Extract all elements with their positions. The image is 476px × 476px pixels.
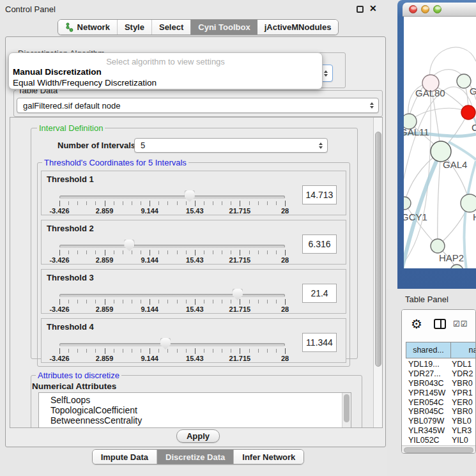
slider-major-tick	[150, 250, 150, 256]
slider-track[interactable]	[59, 196, 285, 199]
table-row[interactable]: YDL19...YDL1	[402, 360, 475, 369]
tab-infer-network[interactable]: Infer Network	[233, 450, 303, 464]
table-row[interactable]: YDR27...YDR2	[402, 369, 475, 379]
table-row[interactable]: YBL079WYBL0	[402, 417, 475, 426]
select-columns-icon[interactable]: ☑☑	[453, 319, 468, 328]
slider-major-tick	[105, 299, 105, 305]
threshold-3-value-field[interactable]: 21.4	[302, 284, 337, 303]
slider-track[interactable]	[59, 245, 285, 248]
network-node-h[interactable]	[461, 194, 476, 212]
tab-impute-data[interactable]: Impute Data	[93, 450, 157, 464]
cell-name[interactable]: YBL0	[445, 417, 472, 426]
minimize-traffic-light[interactable]	[421, 5, 429, 13]
network-edge[interactable]	[438, 151, 441, 246]
threshold-label: Threshold 1	[47, 174, 94, 184]
option-equal-width-frequency[interactable]: Equal Width/Frequency Discretization	[13, 78, 157, 88]
number-of-intervals-combobox[interactable]: 5	[134, 138, 328, 153]
slider-tick-label: 15.43	[186, 256, 204, 264]
table-panel-title: Table Panel	[405, 295, 449, 304]
vertical-scrollbar[interactable]	[373, 118, 383, 427]
table-row[interactable]: YLR345WYLR3	[402, 426, 475, 436]
threshold-3-slider[interactable]: -3.4262.8599.14415.4321.71528	[59, 286, 285, 313]
slider-handle[interactable]	[233, 289, 243, 300]
network-edge[interactable]	[409, 108, 468, 121]
tab-network[interactable]: Network	[58, 20, 117, 35]
cell-shared-name[interactable]: YPR145W	[402, 388, 445, 398]
slider-track[interactable]	[59, 343, 285, 346]
network-edge[interactable]	[449, 142, 476, 160]
cell-name[interactable]: YDL1	[445, 360, 472, 369]
cell-shared-name[interactable]: YIL052C	[402, 436, 445, 445]
list-scrollbar[interactable]	[342, 393, 351, 428]
cell-name[interactable]: YLR3	[445, 426, 472, 436]
close-traffic-light[interactable]	[409, 5, 417, 13]
slider-major-tick	[240, 250, 240, 256]
cell-name[interactable]: YDR2	[445, 369, 473, 379]
cell-shared-name[interactable]: YLR345W	[402, 426, 445, 436]
cell-name[interactable]: YER0	[445, 398, 473, 408]
tab-style[interactable]: Style	[117, 20, 151, 35]
zoom-traffic-light[interactable]	[433, 5, 441, 13]
cell-shared-name[interactable]: YER054C	[402, 398, 445, 408]
scrollbar-thumb[interactable]	[375, 132, 381, 367]
slider-handle[interactable]	[160, 338, 171, 349]
interval-definition-title: Interval Definition	[37, 123, 105, 133]
apply-button[interactable]: Apply	[176, 429, 220, 443]
network-node-label: GAL11	[404, 127, 429, 137]
slider-handle[interactable]	[185, 190, 195, 202]
tab-label: Network	[77, 22, 110, 32]
table-header-row: shared... na	[406, 342, 476, 358]
slider-track[interactable]	[59, 294, 285, 297]
tab-select[interactable]: Select	[151, 20, 190, 35]
cell-name[interactable]: YPR1	[445, 388, 473, 398]
horizontal-scrollbar[interactable]	[402, 445, 475, 454]
settings-gear-icon[interactable]: ⚙	[411, 316, 422, 332]
cell-shared-name[interactable]: YBL079W	[402, 417, 445, 426]
threshold-2-value-field[interactable]: 6.316	[302, 234, 337, 254]
network-view-canvas[interactable]: GAL80GACGAL11GAL4GCY1HHAP2	[404, 17, 476, 268]
tab-cyni-toolbox[interactable]: Cyni Toolbox	[190, 20, 257, 35]
threshold-4-slider[interactable]: -3.4262.8599.14415.4321.71528	[59, 335, 285, 362]
cell-name[interactable]: YIL0	[445, 436, 468, 445]
slider-handle[interactable]	[124, 240, 134, 251]
slider-major-tick	[285, 348, 286, 354]
close-icon[interactable]: ✕	[369, 3, 377, 13]
network-node-label: GA	[470, 86, 476, 96]
column-header-shared-name[interactable]: shared...	[406, 342, 451, 358]
cell-shared-name[interactable]: YDR27...	[402, 369, 445, 379]
network-node-c[interactable]	[461, 105, 475, 119]
table-row[interactable]: YBR043CYBR0	[402, 379, 475, 388]
network-node-gcy1[interactable]	[404, 197, 411, 210]
attribute-list-item[interactable]: TopologicalCoefficient	[39, 405, 351, 415]
column-header-name[interactable]: na	[451, 342, 476, 358]
network-node-ga[interactable]	[457, 74, 471, 88]
cell-shared-name[interactable]: YDL19...	[402, 360, 445, 369]
settings-scroll-area: Interval Definition Number of Intervals …	[10, 117, 383, 428]
threshold-4-value-field[interactable]: 11.344	[302, 333, 337, 352]
network-node-hap2[interactable]	[431, 239, 445, 253]
table-row[interactable]: YBR045CYBR0	[402, 407, 475, 417]
scrollbar-thumb[interactable]	[404, 447, 473, 453]
table-row[interactable]: YIL052CYIL0	[402, 436, 475, 445]
network-node[interactable]	[450, 265, 463, 268]
cell-name[interactable]: YBR0	[445, 407, 473, 417]
threshold-1-value-field[interactable]: 14.713	[302, 185, 337, 204]
tab-discretize-data[interactable]: Discretize Data	[157, 450, 233, 464]
table-row[interactable]: YER054CYER0	[402, 398, 475, 408]
cell-shared-name[interactable]: YBR045C	[402, 407, 445, 417]
threshold-2-slider[interactable]: -3.4262.8599.14415.4321.71528	[59, 237, 285, 264]
cell-name[interactable]: YBR0	[445, 379, 473, 388]
slider-tick-label: 9.144	[141, 305, 158, 313]
cell-shared-name[interactable]: YBR043C	[402, 379, 445, 388]
threshold-1-slider[interactable]: -3.4262.8599.14415.4321.71528	[59, 188, 285, 215]
table-data-combobox[interactable]: galFiltered.sif default node	[17, 98, 379, 113]
attribute-list-item[interactable]: SelfLoops	[39, 395, 351, 405]
numerical-attributes-list[interactable]: SelfLoopsTopologicalCoefficientBetweenne…	[38, 392, 351, 428]
tab-jactivemnodules[interactable]: jActiveMNodules	[257, 20, 339, 35]
option-manual-discretization[interactable]: Manual Discretization	[13, 67, 102, 77]
column-layout-icon[interactable]	[434, 319, 446, 329]
attribute-list-item[interactable]: BetweennessCentrality	[39, 415, 351, 426]
table-row[interactable]: YPR145WYPR1	[402, 388, 475, 398]
float-window-icon[interactable]	[357, 6, 364, 13]
slider-ticks	[59, 201, 286, 205]
